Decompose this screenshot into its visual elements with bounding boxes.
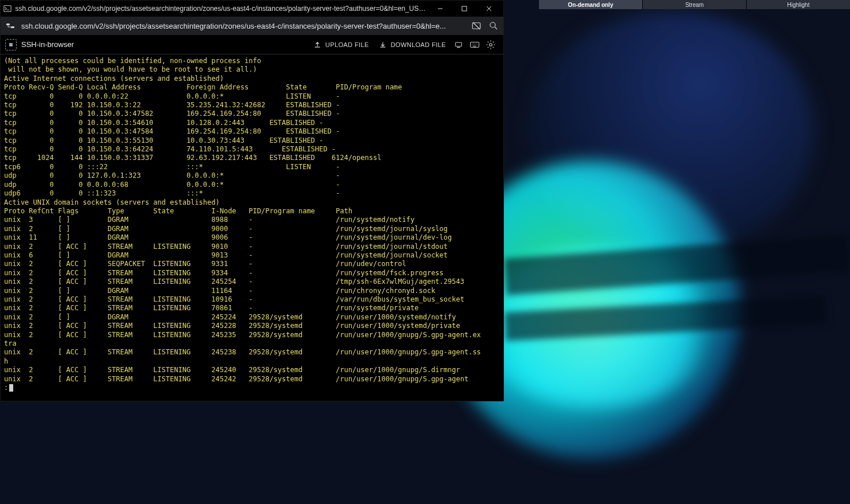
- download-file-button[interactable]: DOWNLOAD FILE: [374, 38, 451, 52]
- upload-icon: [313, 40, 322, 49]
- svg-point-5: [490, 22, 495, 28]
- install-app-icon[interactable]: [470, 19, 483, 32]
- terminal-output: (Not all processes could be identified, …: [4, 57, 481, 383]
- terminal-prompt: :: [4, 384, 8, 392]
- ssh-protocol-icon: [4, 19, 17, 32]
- svg-rect-2: [6, 24, 10, 25]
- terminal[interactable]: (Not all processes could be identified, …: [1, 54, 503, 401]
- minimize-button[interactable]: [428, 1, 452, 17]
- ssh-window: ssh.cloud.google.com/v2/ssh/projects/ass…: [0, 0, 504, 401]
- settings-button[interactable]: [483, 37, 499, 53]
- terminal-cursor: [9, 384, 13, 392]
- svg-rect-3: [11, 26, 14, 28]
- zoom-icon[interactable]: [487, 19, 500, 32]
- svg-point-9: [490, 43, 492, 46]
- maximize-button[interactable]: [452, 1, 476, 17]
- tab-on-demand[interactable]: On-demand only: [539, 0, 643, 9]
- svg-rect-0: [4, 6, 11, 12]
- address-bar: ssh.cloud.google.com/v2/ssh/projects/ass…: [1, 17, 503, 35]
- url-text[interactable]: ssh.cloud.google.com/v2/ssh/projects/ass…: [21, 22, 465, 30]
- product-text: SSH-in-browser: [21, 40, 74, 49]
- right-panel-tabs: On-demand only Stream Highlight: [539, 0, 850, 9]
- window-title: ssh.cloud.google.com/v2/ssh/projects/ass…: [15, 5, 428, 13]
- close-button[interactable]: [477, 1, 501, 17]
- upload-label: UPLOAD FILE: [325, 41, 369, 48]
- download-icon: [378, 40, 387, 49]
- terminal-icon: [3, 4, 11, 13]
- tab-stream[interactable]: Stream: [643, 0, 747, 9]
- svg-rect-7: [457, 47, 460, 48]
- upload-file-button[interactable]: UPLOAD FILE: [308, 38, 374, 52]
- svg-rect-1: [462, 6, 467, 11]
- product-label: SSH-in-browser: [5, 39, 74, 50]
- keyboard-button[interactable]: [467, 37, 483, 53]
- titlebar[interactable]: ssh.cloud.google.com/v2/ssh/projects/ass…: [1, 1, 503, 17]
- reconnect-button[interactable]: [451, 37, 467, 53]
- ssh-toolbar: SSH-in-browser UPLOAD FILE DOWNLOAD FILE: [1, 35, 503, 54]
- download-label: DOWNLOAD FILE: [391, 41, 446, 48]
- product-icon: [5, 39, 17, 50]
- tab-highlight[interactable]: Highlight: [747, 0, 850, 9]
- svg-rect-6: [456, 42, 462, 46]
